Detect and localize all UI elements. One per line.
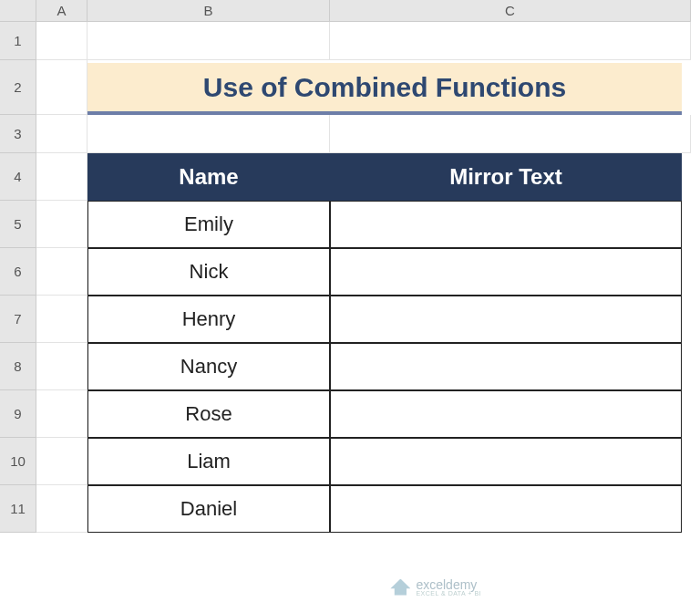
- cell-mirror[interactable]: [330, 390, 682, 438]
- cell-mirror[interactable]: [330, 248, 682, 296]
- cell-name[interactable]: Nancy: [88, 343, 330, 390]
- row-header-9[interactable]: 9: [0, 390, 36, 438]
- header-mirror[interactable]: Mirror Text: [330, 153, 682, 201]
- cell-A8[interactable]: [36, 343, 88, 390]
- row-header-2[interactable]: 2: [0, 60, 36, 115]
- col-header-B[interactable]: B: [88, 0, 330, 22]
- spreadsheet-grid[interactable]: A B C 1 2 3 4 5 6 7 8 9 10 11 Use of Com…: [0, 0, 700, 533]
- cell-A3[interactable]: [36, 115, 88, 153]
- cell-B1[interactable]: [88, 22, 330, 60]
- cell-A6[interactable]: [36, 248, 88, 296]
- row-header-11[interactable]: 11: [0, 485, 36, 533]
- house-icon: [390, 579, 410, 596]
- cell-A2[interactable]: [36, 60, 88, 115]
- cell-A1[interactable]: [36, 22, 88, 60]
- watermark: exceldemy EXCEL & DATA + BI: [390, 577, 481, 597]
- cell-name[interactable]: Daniel: [88, 485, 330, 533]
- cell-name[interactable]: Rose: [88, 390, 330, 438]
- cell-A5[interactable]: [36, 201, 88, 248]
- cell-A11[interactable]: [36, 485, 88, 533]
- col-header-C[interactable]: C: [330, 0, 691, 22]
- cell-A4[interactable]: [36, 153, 88, 201]
- cell-name[interactable]: Emily: [88, 201, 330, 248]
- header-name[interactable]: Name: [88, 153, 330, 201]
- select-all-corner[interactable]: [0, 0, 36, 22]
- cell-A9[interactable]: [36, 390, 88, 438]
- row-header-10[interactable]: 10: [0, 438, 36, 485]
- cell-C1[interactable]: [330, 22, 691, 60]
- row-header-8[interactable]: 8: [0, 343, 36, 390]
- cell-mirror[interactable]: [330, 438, 682, 485]
- cell-A7[interactable]: [36, 296, 88, 343]
- cell-B3[interactable]: [88, 115, 330, 153]
- cell-mirror[interactable]: [330, 201, 682, 248]
- col-header-A[interactable]: A: [36, 0, 88, 22]
- title-text: Use of Combined Functions: [203, 72, 566, 103]
- cell-name[interactable]: Henry: [88, 296, 330, 343]
- cell-name[interactable]: Nick: [88, 248, 330, 296]
- cell-C3[interactable]: [330, 115, 691, 153]
- cell-mirror[interactable]: [330, 343, 682, 390]
- row-header-6[interactable]: 6: [0, 248, 36, 296]
- cell-mirror[interactable]: [330, 485, 682, 533]
- cell-mirror[interactable]: [330, 296, 682, 343]
- row-header-1[interactable]: 1: [0, 22, 36, 60]
- cell-A10[interactable]: [36, 438, 88, 485]
- row-header-5[interactable]: 5: [0, 201, 36, 248]
- row-header-3[interactable]: 3: [0, 115, 36, 153]
- row-header-4[interactable]: 4: [0, 153, 36, 201]
- row-header-7[interactable]: 7: [0, 296, 36, 343]
- title-cell[interactable]: Use of Combined Functions: [88, 63, 682, 115]
- cell-name[interactable]: Liam: [88, 438, 330, 485]
- watermark-tag: EXCEL & DATA + BI: [416, 590, 481, 597]
